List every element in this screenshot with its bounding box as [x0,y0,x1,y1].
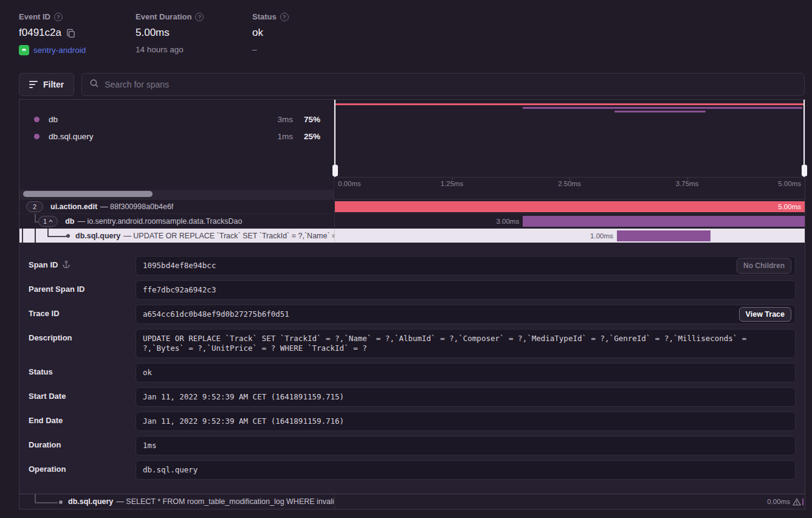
op-color-dot [34,117,40,122]
minimap-span-bar [335,103,804,105]
detail-row-trace-id: Trace ID a654cc61dc0b48ef9d0b27275b6f0d5… [29,305,796,324]
minimap-span-bar [523,107,803,109]
span-waterfall-panel: db 3ms 75% db.sql.query 1ms 25% [19,99,805,509]
span-id-value: 1095bd4ef8e94bcc [143,261,216,270]
detail-row-operation: Operation db.sql.query [29,460,796,480]
copy-icon[interactable] [66,29,75,38]
status-label: Status [252,12,277,21]
axis-tick-label: 2.50ms [558,180,581,187]
span-duration-bar[interactable]: 5.00ms [335,201,805,212]
minimap-span-bar [614,111,706,112]
span-details-panel: Span ID 1095bd4ef8e94bcc No Children Par… [19,243,805,494]
detail-row-start-date: Start Date Jan 11, 2022 9:52:39 AM CET (… [29,387,796,407]
axis-tick-label: 5.00ms [778,180,801,187]
project-link[interactable]: sentry-android [33,46,86,55]
event-id-label: Event ID [19,12,50,21]
detail-row-span-id: Span ID 1095bd4ef8e94bcc No Children [29,256,796,275]
operations-legend: db 3ms 75% db.sql.query 1ms 25% [19,100,334,199]
event-age: 14 hours ago [136,45,184,54]
op-color-dot [34,134,40,139]
help-icon[interactable]: ? [54,13,63,21]
zero-duration-span-tick [802,499,804,505]
status-subtext: – [252,45,257,54]
filter-button[interactable]: Filter [19,73,74,96]
scrollbar-thumb[interactable] [23,191,153,197]
children-count-pill[interactable]: 2 [26,201,43,212]
span-row-select-room-table[interactable]: db.sql.query — SELECT * FROM room_table_… [19,494,805,509]
spans-toolbar: Filter [19,73,805,96]
filter-icon [29,81,38,88]
span-row-db-sql-query-selected[interactable]: db.sql.query — UPDATE OR REPLACE `Track`… [19,229,805,243]
span-row-db[interactable]: 1 db — io.sentry.android.roomsample.data… [19,214,805,229]
span-duration-label: 3.00ms [490,214,519,229]
drag-knob[interactable] [802,165,807,176]
no-children-badge: No Children [737,258,791,274]
legend-item-db-sql-query[interactable]: db.sql.query 1ms 25% [19,128,334,145]
detail-row-duration: Duration 1ms [29,436,796,455]
search-icon [89,78,99,91]
legend-item-db[interactable]: db 3ms 75% [19,111,334,128]
description-value: UPDATE OR REPLACE `Track` SET `TrackId` … [143,334,746,353]
trace-id-value: a654cc61dc0b48ef9d0b27275b6f0d51 [143,309,289,319]
axis-tick-label: 1.25ms [441,180,464,187]
span-status-value: ok [143,368,152,377]
span-duration-label: 5.00ms [778,201,801,212]
minimap-right-handle[interactable] [803,100,805,177]
span-duration-bar[interactable] [617,230,711,241]
help-icon[interactable]: ? [195,13,204,21]
event-header: Event ID? f0491c2a sentry-android Event … [19,12,369,55]
span-tree: 2 ui.action.edit — 88f300998a0b4e6f 5.00… [19,199,805,243]
event-id-value: f0491c2a [19,27,61,39]
filter-button-label: Filter [43,80,64,89]
detail-row-description: Description UPDATE OR REPLACE `Track` SE… [29,329,796,358]
span-search [81,73,805,96]
minimap-left-handle[interactable] [334,100,335,177]
status-value: ok [252,27,263,39]
parent-span-id-value: ffe7dbc92a6942c3 [143,285,216,294]
view-trace-button[interactable]: View Trace [739,307,791,322]
event-duration-column: Event Duration? 5.00ms 14 hours ago [136,12,252,55]
horizontal-scrollbar[interactable] [19,190,334,198]
drag-knob[interactable] [332,165,338,176]
detail-row-end-date: End Date Jan 11, 2022 9:52:39 AM CET (16… [29,412,796,431]
operation-value: db.sql.query [143,465,198,474]
span-row-ui-action-edit[interactable]: 2 ui.action.edit — 88f300998a0b4e6f 5.00… [19,199,805,214]
detail-row-status: Status ok [29,363,796,382]
end-date-value: Jan 11, 2022 9:52:39 AM CET (1641891159.… [143,416,344,426]
event-duration-value: 5.00ms [136,27,170,39]
android-platform-icon [19,45,29,55]
axis-tick-label: 3.75ms [676,180,699,187]
minimap-canvas [334,100,805,177]
search-input[interactable] [105,80,797,89]
axis-tick-label: 0.00ms [338,180,361,187]
status-column: Status? ok – [252,12,369,55]
span-bullet-dot [66,234,70,238]
span-duration-label: 1.00ms [584,229,613,243]
event-duration-label: Event Duration [136,12,191,21]
span-duration-label: 0.00ms [767,494,790,509]
time-axis: 0.00ms 1.25ms 2.50ms 3.75ms 5.00ms [334,177,805,189]
span-bullet-dot [59,500,63,504]
anchor-icon[interactable] [62,260,71,271]
chevron-up-icon [49,219,53,223]
waterfall-header: db 3ms 75% db.sql.query 1ms 25% [19,100,805,199]
warning-icon [793,497,801,508]
start-date-value: Jan 11, 2022 9:52:39 AM CET (1641891159.… [143,392,344,401]
children-count-pill-expanded[interactable]: 1 [38,216,58,227]
trace-minimap[interactable]: 0.00ms 1.25ms 2.50ms 3.75ms 5.00ms [334,100,805,199]
span-duration-bar[interactable] [523,216,805,227]
event-id-column: Event ID? f0491c2a sentry-android [19,12,136,55]
help-icon[interactable]: ? [280,13,289,21]
span-duration-value: 1ms [143,441,157,450]
detail-row-parent-span-id: Parent Span ID ffe7dbc92a6942c3 [29,280,796,300]
